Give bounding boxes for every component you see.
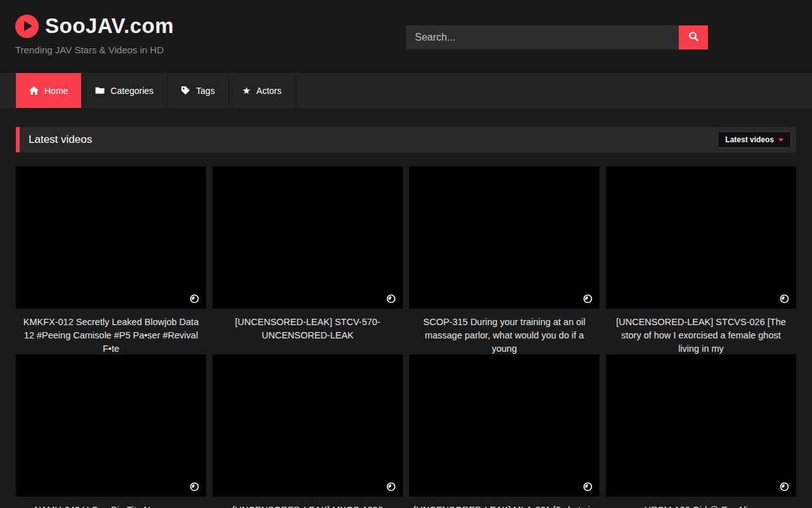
video-card[interactable]: KMKFX-012 Secretly Leaked Blowjob Data 1… [16,166,206,354]
clock-icon [780,294,789,304]
clock-icon [386,482,396,491]
video-title[interactable]: KMKFX-012 Secretly Leaked Blowjob Data 1… [16,309,206,354]
video-card[interactable]: HRSM-186 Girl @ Era Alice [606,354,796,508]
clock-icon [190,294,199,304]
video-card[interactable]: [UNCENSORED-LEAK] MLA-231 [3 shots in [409,354,599,508]
chevron-down-icon [778,138,783,142]
video-grid: KMKFX-012 Secretly Leaked Blowjob Data 1… [16,166,796,508]
star-icon: ★ [242,86,251,95]
video-card[interactable]: [UNCENSORED-LEAK] STCV-570-UNCENSORED-LE… [213,166,403,354]
video-thumbnail[interactable] [606,354,796,497]
tag-icon [181,86,190,95]
video-card[interactable]: NAMH-042 H Cup Big Tits Newcomer (170cm … [16,354,206,508]
nav-item-tags[interactable]: Tags [167,73,229,108]
site-name: SooJAV.com [45,14,174,38]
video-thumbnail[interactable] [16,354,206,497]
nav-label: Tags [196,86,215,96]
video-title[interactable]: NAMH-042 H Cup Big Tits Newcomer (170cm … [16,497,206,508]
home-icon [29,86,39,95]
video-thumbnail[interactable] [16,166,206,309]
video-card[interactable]: [UNCENSORED-LEAK] MXGS-1296 Absolutely [213,354,403,508]
clock-icon [780,482,789,491]
clock-icon [190,482,199,491]
video-card[interactable]: [UNCENSORED-LEAK] STCVS-026 [The story o… [606,166,796,354]
search-icon [688,31,699,44]
sort-dropdown[interactable]: Latest videos [717,131,791,148]
video-title[interactable]: [UNCENSORED-LEAK] MLA-231 [3 shots in [409,497,599,508]
search-input[interactable] [406,25,679,50]
clock-icon [583,294,593,304]
nav-label: Home [44,86,68,96]
clock-icon [583,482,593,491]
video-title[interactable]: HRSM-186 Girl @ Era Alice [606,497,796,508]
clock-icon [386,294,396,304]
video-thumbnail[interactable] [213,166,403,309]
nav-item-home[interactable]: Home [16,73,82,108]
nav-item-categories[interactable]: Categories [82,73,167,108]
video-thumbnail[interactable] [213,354,403,497]
video-thumbnail[interactable] [606,166,796,309]
section-header: Latest videos Latest videos [16,127,796,152]
video-title[interactable]: [UNCENSORED-LEAK] STCVS-026 [The story o… [606,309,796,354]
nav-item-actors[interactable]: ★ Actors [229,73,296,108]
search-button[interactable] [679,25,708,50]
video-thumbnail[interactable] [409,166,599,309]
nav-label: Actors [256,86,282,96]
main-nav: Home Categories Tags ★ Actors [0,73,812,108]
site-logo[interactable]: SooJAV.com [15,14,174,38]
brand: SooJAV.com Trending JAV Stars & Videos i… [15,14,174,55]
video-thumbnail[interactable] [409,354,599,497]
video-title[interactable]: [UNCENSORED-LEAK] STCV-570-UNCENSORED-LE… [213,309,403,354]
main-content: Latest videos Latest videos KMKFX-012 Se… [0,127,812,508]
folder-icon [95,86,105,95]
site-header: SooJAV.com Trending JAV Stars & Videos i… [0,0,812,73]
sort-dropdown-label: Latest videos [725,135,774,144]
site-tagline: Trending JAV Stars & Videos in HD [15,44,174,55]
nav-label: Categories [110,86,154,96]
section-title: Latest videos [29,133,92,146]
search-bar [406,25,708,50]
video-title[interactable]: SCOP-315 During your training at an oil … [409,309,599,354]
play-icon [15,15,39,38]
video-title[interactable]: [UNCENSORED-LEAK] MXGS-1296 Absolutely [213,497,403,508]
video-card[interactable]: SCOP-315 During your training at an oil … [409,166,599,354]
